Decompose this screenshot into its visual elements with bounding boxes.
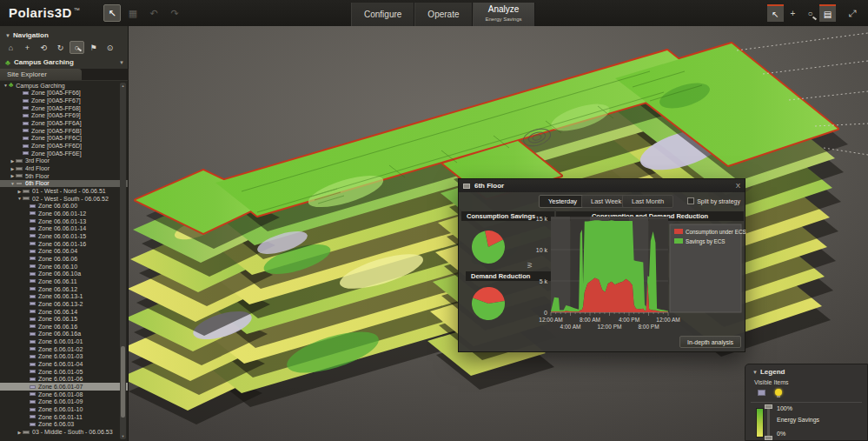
expanded-icon[interactable]: ▼ — [17, 196, 23, 201]
fullscreen-button[interactable]: ⤢ — [844, 4, 861, 22]
tree-item[interactable]: Zone 06.06.16a — [0, 331, 128, 338]
close-icon[interactable]: X — [736, 182, 740, 190]
tree-item[interactable]: Zone 6.06.01-11 — [0, 413, 128, 421]
pan-hand-icon[interactable]: + — [20, 41, 35, 54]
tree-item[interactable]: Zone 6.06.03 — [0, 421, 128, 429]
scroll-up-icon[interactable]: ▲ — [120, 83, 126, 89]
expanded-icon[interactable]: ▼ — [3, 83, 9, 88]
zone-icon — [23, 91, 29, 95]
tree-item[interactable]: Zone 6.06.01-05 — [0, 368, 128, 376]
tree-item[interactable]: ▶3rd Floor — [0, 157, 128, 165]
scrollbar-thumb[interactable] — [121, 346, 125, 418]
tree-item[interactable]: Zone 06.06.14 — [0, 308, 128, 316]
legend-entry-label: Consumption under ECS — [686, 229, 746, 236]
tree-item[interactable]: Zone 06.06.10 — [0, 263, 128, 271]
select-tool[interactable]: ↖ — [103, 4, 121, 22]
collapsed-icon[interactable]: ▶ — [17, 189, 23, 194]
tree-item[interactable]: Zone [00A5-FF68] — [0, 104, 128, 112]
zone-icon — [30, 204, 36, 208]
tree-item[interactable]: Zone 06.06.10a — [0, 270, 128, 277]
tree-item[interactable]: ▶01 - West - Nord - 06.06.51 — [0, 187, 128, 195]
tree-item[interactable]: Zone 6.06.01-06 — [0, 376, 128, 384]
tree-item[interactable]: Zone 6.06.01-02 — [0, 345, 128, 353]
savings-area — [551, 220, 668, 311]
tree-item[interactable]: ▼6th Floor — [0, 180, 128, 188]
collapsed-icon[interactable]: ▶ — [10, 166, 16, 171]
tree-item[interactable]: Zone [00A5-FF67] — [0, 97, 128, 104]
tree-item[interactable]: Zone [00A5-FF6A] — [0, 119, 128, 127]
save-tool[interactable]: ▦ — [124, 4, 142, 22]
tab-configure[interactable]: Configure — [351, 3, 414, 26]
demand-reduction-header: Demand Reduction — [466, 271, 551, 281]
tree-item[interactable]: Zone [00A5-FF6E] — [0, 150, 128, 157]
tab-last-month[interactable]: Last Month — [622, 195, 673, 208]
tree-item[interactable]: ▶03 - Middle - South - 06.06.53 — [0, 428, 128, 436]
tree-item[interactable]: Zone 6.06.01-03 — [0, 353, 128, 361]
floor-icon — [16, 174, 23, 177]
rotate-icon[interactable]: ↻ — [53, 41, 68, 54]
tree-item-label: Zone 06.06.13-2 — [38, 301, 83, 307]
collapsed-icon[interactable]: ▶ — [17, 430, 23, 435]
tree-item[interactable]: Zone 06.06.01-12 — [0, 210, 128, 217]
tree-item[interactable]: Zone 06.06.16 — [0, 323, 128, 331]
tree-item[interactable]: Zone [00A5-FF69] — [0, 112, 128, 120]
tree-scrollbar[interactable]: ▲ ▼ — [120, 83, 126, 439]
tree-item[interactable]: Zone 06.06.12 — [0, 285, 128, 293]
tree-item[interactable]: Zone 6.06.01-07 — [0, 383, 128, 391]
zoom-tool[interactable]: ○ — [802, 4, 818, 22]
pointer-tool[interactable]: ↖ — [767, 4, 784, 22]
tree-item[interactable]: Zone 06.06.13-1 — [0, 292, 128, 300]
markup-icon[interactable]: ⚑ — [86, 41, 101, 54]
collapsed-icon[interactable]: ▶ — [10, 158, 16, 164]
tree-item[interactable]: Zone 6.06.01-08 — [0, 391, 128, 398]
split-by-strategy-checkbox[interactable]: Split by strategy — [687, 197, 740, 204]
redo-tool[interactable]: ↷ — [166, 4, 183, 22]
tab-site-explorer[interactable]: Site Explorer — [0, 69, 82, 80]
site-selector[interactable]: ♣ Campus Garching ▼ — [5, 57, 124, 67]
tree-item[interactable]: Zone [00A5-FF66] — [0, 90, 128, 97]
zoom-icon[interactable]: ○ — [70, 41, 84, 54]
tree-item[interactable]: Zone [00A5-FF6B] — [0, 127, 128, 135]
tree-item[interactable]: Zone [00A5-FF6D] — [0, 142, 128, 150]
tab-yesterday[interactable]: Yesterday — [539, 195, 586, 208]
tree-item[interactable]: Zone 6.06.01-09 — [0, 398, 128, 406]
tree-item[interactable]: Zone 6.06.01-04 — [0, 360, 128, 368]
navigation-header[interactable]: ▼Navigation — [5, 31, 49, 39]
tree-item[interactable]: Zone 06.06.06 — [0, 255, 128, 263]
tab-analyze[interactable]: AnalyzeEnergy Savings — [473, 3, 535, 26]
tree-item[interactable]: Zone 06.06.04 — [0, 247, 128, 255]
legend-header[interactable]: ▼Legend — [752, 368, 785, 376]
zones-visibility-icon[interactable] — [758, 390, 765, 396]
scroll-down-icon[interactable]: ▼ — [120, 433, 126, 439]
home-icon[interactable]: ⌂ — [3, 41, 18, 54]
tree-item[interactable]: Zone 06.06.01-15 — [0, 232, 128, 240]
tree-item[interactable]: Zone 06.06.00 — [0, 203, 128, 210]
in-depth-analysis-button[interactable]: In-depth analysis — [679, 336, 741, 348]
tree-item[interactable]: Zone 06.06.01-16 — [0, 240, 128, 248]
tree-item[interactable]: ▶5th Floor — [0, 172, 128, 180]
tree-item[interactable]: Zone 06.06.13-2 — [0, 300, 128, 308]
tree-item[interactable]: ▼♣Campus Garching — [0, 82, 128, 90]
undo-tool[interactable]: ↶ — [145, 4, 162, 22]
tab-operate[interactable]: Operate — [414, 3, 472, 26]
range-handle-max[interactable] — [765, 404, 772, 409]
collapsed-icon[interactable]: ▶ — [10, 173, 16, 178]
expanded-icon[interactable]: ▼ — [10, 181, 16, 186]
tree-item[interactable]: ▼02 - West - South - 06.06.52 — [0, 195, 128, 203]
zone-icon — [23, 99, 29, 103]
range-handle-min[interactable] — [765, 436, 772, 440]
find-icon[interactable]: ⊙ — [103, 41, 117, 54]
tree-item[interactable]: Zone 06.06.01-13 — [0, 217, 128, 225]
tree-item[interactable]: Zone 06.06.11 — [0, 277, 128, 285]
lights-visibility-icon[interactable] — [775, 389, 782, 396]
details-panel-tool[interactable]: ▤ — [819, 4, 836, 22]
tree-item[interactable]: Zone 06.06.15 — [0, 315, 128, 323]
tree-item[interactable]: Zone 6.06.01-10 — [0, 405, 128, 413]
tree-item[interactable]: Zone 06.06.01-14 — [0, 224, 128, 232]
panel-titlebar[interactable]: 6th Floor X — [459, 179, 745, 192]
tree-item[interactable]: Zone [00A5-FF6C] — [0, 135, 128, 143]
pan-hand-tool[interactable]: + — [785, 4, 801, 22]
tree-item[interactable]: Zone 6.06.01-01 — [0, 337, 128, 345]
tree-item[interactable]: ▶4rd Floor — [0, 164, 128, 172]
orbit-icon[interactable]: ⟲ — [36, 41, 51, 54]
